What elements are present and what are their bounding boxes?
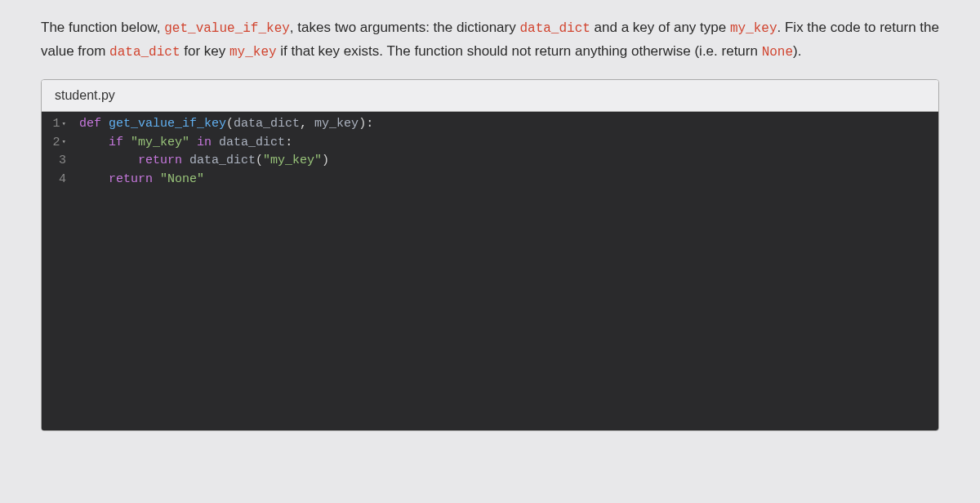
- string-literal: "my_key": [263, 154, 322, 167]
- code-token-my-key-2: my_key: [229, 45, 277, 60]
- keyword-in: in: [197, 136, 212, 149]
- function-name: get_value_if_key: [109, 117, 226, 131]
- variable: data_dict: [189, 154, 256, 167]
- param-data-dict: data_dict: [234, 117, 300, 131]
- fold-icon[interactable]: ▾: [62, 119, 66, 131]
- prompt-text-3: and a key of any type: [590, 20, 730, 35]
- code-token-none: None: [762, 45, 793, 60]
- gutter-line-1: 1▾: [47, 115, 66, 134]
- editor-filename-tab[interactable]: student.py: [42, 80, 938, 112]
- code-token-data-dict-1: data_dict: [519, 21, 590, 36]
- prompt-text-2: , takes two arguments: the dictionary: [290, 20, 520, 35]
- keyword-if: if: [109, 136, 123, 149]
- fold-icon[interactable]: ▾: [62, 137, 66, 149]
- variable: data_dict: [219, 136, 285, 149]
- prompt-text-6: if that key exists. The function should …: [277, 43, 762, 59]
- code-editor: student.py 1▾ 2▾ 3 4 def get_value_if_ke…: [41, 79, 939, 431]
- problem-prompt: The function below, get_value_if_key, ta…: [41, 16, 939, 63]
- line-number-4: 4: [59, 171, 66, 189]
- line-number-gutter: 1▾ 2▾ 3 4: [42, 112, 73, 430]
- param-my-key: my_key: [314, 117, 359, 131]
- keyword-def: def: [79, 117, 101, 131]
- gutter-line-4: 4: [47, 171, 66, 189]
- prompt-text-7: ).: [793, 43, 801, 59]
- keyword-return: return: [109, 172, 153, 186]
- code-line-2: if "my_key" in data_dict:: [79, 134, 932, 153]
- code-token-get-value-if-key: get_value_if_key: [164, 21, 290, 36]
- string-literal: "None": [160, 172, 204, 186]
- code-line-4: return "None": [79, 171, 932, 189]
- code-content[interactable]: def get_value_if_key(data_dict, my_key):…: [73, 112, 938, 430]
- prompt-text-5: for key: [180, 43, 229, 59]
- line-number-1: 1: [53, 115, 60, 134]
- line-number-2: 2: [53, 134, 60, 153]
- code-token-data-dict-2: data_dict: [109, 45, 180, 60]
- code-area[interactable]: 1▾ 2▾ 3 4 def get_value_if_key(data_dict…: [42, 112, 938, 430]
- line-number-3: 3: [59, 152, 66, 171]
- keyword-return: return: [138, 154, 182, 167]
- code-line-1: def get_value_if_key(data_dict, my_key):: [79, 115, 932, 134]
- gutter-line-3: 3: [47, 152, 66, 171]
- string-literal: "my_key": [131, 136, 189, 149]
- code-line-3: return data_dict("my_key"): [79, 152, 932, 171]
- code-token-my-key-1: my_key: [730, 21, 777, 36]
- prompt-text-1: The function below,: [41, 20, 164, 35]
- gutter-line-2: 2▾: [47, 134, 66, 153]
